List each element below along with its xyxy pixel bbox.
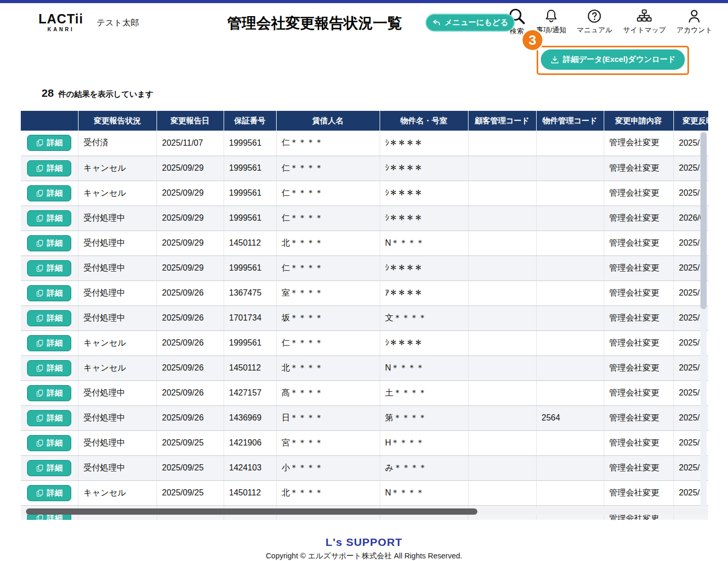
cell-property: ｼ＊＊＊＊ <box>380 206 468 231</box>
document-icon <box>36 139 44 147</box>
detail-button[interactable]: 詳細 <box>27 410 71 426</box>
nav-item-sitemap[interactable]: サイトマップ <box>623 8 666 36</box>
cell-customer-code <box>468 156 536 181</box>
detail-button[interactable]: 詳細 <box>27 485 71 501</box>
detail-button-label: 詳細 <box>47 463 62 473</box>
detail-button[interactable]: 詳細 <box>27 235 71 251</box>
cell-status: 受付処理中 <box>78 430 157 455</box>
cell-property: 第＊＊＊＊ <box>380 405 468 430</box>
cell-report-date: 2025/09/29 <box>157 256 224 280</box>
detail-cell: 詳細 <box>21 480 78 505</box>
cell-report-date: 2025/09/29 <box>157 156 224 181</box>
cell-customer-code <box>468 330 536 355</box>
horizontal-scrollbar <box>21 508 708 515</box>
horizontal-scrollbar-thumb[interactable] <box>26 508 477 515</box>
vertical-scrollbar-thumb[interactable] <box>700 132 707 309</box>
cell-customer-code <box>468 280 536 305</box>
cell-customer-code <box>468 305 536 330</box>
detail-button[interactable]: 詳細 <box>27 335 71 351</box>
cell-guarantee-no: 1450112 <box>224 231 276 256</box>
cell-guarantee-no: 1999561 <box>224 131 276 156</box>
cell-guarantee-no: 1999561 <box>224 206 276 231</box>
cell-status: 受付処理中 <box>78 206 157 231</box>
cell-property: H＊＊＊＊ <box>380 430 468 455</box>
cell-property: ｼ＊＊＊＊ <box>380 131 468 156</box>
cell-report-date: 2025/09/26 <box>157 305 224 330</box>
cell-request: 管理会社変更 <box>604 206 673 231</box>
detail-button[interactable]: 詳細 <box>27 310 71 326</box>
detail-button[interactable]: 詳細 <box>27 135 71 151</box>
detail-button[interactable]: 詳細 <box>27 460 71 476</box>
nav-item-manual[interactable]: マニュアル <box>577 8 613 36</box>
cell-request: 管理会社変更 <box>604 455 673 480</box>
cell-guarantee-no: 1999561 <box>224 156 276 181</box>
detail-button-label: 詳細 <box>47 338 62 348</box>
document-icon <box>36 189 44 197</box>
cell-tenant: 坂＊＊＊＊ <box>276 305 380 330</box>
cell-customer-code <box>468 231 536 256</box>
annotation-frame: 詳細データ(Excel)ダウンロード <box>537 46 689 75</box>
detail-button[interactable]: 詳細 <box>27 285 71 301</box>
table-row: 詳細 受付処理中 2025/09/26 1436969 日＊＊＊＊ 第＊＊＊＊ … <box>21 405 708 430</box>
document-icon <box>36 489 44 497</box>
results-summary: 28 件の結果を表示しています <box>42 87 153 99</box>
detail-button[interactable]: 詳細 <box>27 360 71 376</box>
column-header-property-code: 物件管理コード <box>536 111 604 131</box>
column-header-tenant: 賃借人名 <box>276 111 380 131</box>
cell-customer-code <box>468 206 536 231</box>
detail-button-label: 詳細 <box>47 413 62 423</box>
results-count-suffix: 件の結果を表示しています <box>58 90 153 99</box>
cell-request: 管理会社変更 <box>604 280 673 305</box>
table-row: 詳細 受付処理中 2025/09/29 1450112 北＊＊＊＊ N＊＊＊＊ … <box>21 231 708 256</box>
column-header-detail <box>21 111 78 131</box>
back-to-menu-button[interactable]: メニューにもどる <box>425 14 515 32</box>
detail-button[interactable]: 詳細 <box>27 260 71 276</box>
cell-tenant: 髙＊＊＊＊ <box>276 380 380 405</box>
column-header-property: 物件名・号室 <box>380 111 468 131</box>
cell-report-date: 2025/09/26 <box>157 405 224 430</box>
cell-status: キャンセル <box>78 480 157 505</box>
cell-customer-code <box>468 480 536 505</box>
detail-cell: 詳細 <box>21 405 78 430</box>
cell-request: 管理会社変更 <box>604 305 673 330</box>
cell-report-date: 2025/09/26 <box>157 330 224 355</box>
table-row: 詳細 受付処理中 2025/09/29 1999561 仁＊＊＊＊ ｼ＊＊＊＊ … <box>21 206 708 231</box>
cell-request: 管理会社変更 <box>604 480 673 505</box>
detail-button[interactable]: 詳細 <box>27 435 71 451</box>
results-count: 28 <box>42 87 54 99</box>
cell-tenant: 日＊＊＊＊ <box>276 405 380 430</box>
detail-button-label: 詳細 <box>47 313 62 323</box>
detail-cell: 詳細 <box>21 256 78 280</box>
cell-report-date: 2025/09/29 <box>157 181 224 206</box>
cell-status: キャンセル <box>78 181 157 206</box>
cell-property: N＊＊＊＊ <box>380 231 468 256</box>
detail-cell: 詳細 <box>21 131 78 156</box>
document-icon <box>36 414 44 422</box>
cell-property-code <box>536 430 604 455</box>
cell-customer-code <box>468 181 536 206</box>
cell-guarantee-no: 1367475 <box>224 280 276 305</box>
excel-download-button[interactable]: 詳細データ(Excel)ダウンロード <box>541 49 685 70</box>
detail-button[interactable]: 詳細 <box>27 210 71 226</box>
cell-guarantee-no: 1701734 <box>224 305 276 330</box>
cell-property-code <box>536 280 604 305</box>
cell-property-code <box>536 455 604 480</box>
cell-status: 受付処理中 <box>78 455 157 480</box>
cell-property: 文＊＊＊＊ <box>380 305 468 330</box>
cell-property: ｼ＊＊＊＊ <box>380 256 468 280</box>
sitemap-icon <box>636 8 652 24</box>
document-icon <box>36 289 44 297</box>
cell-report-date: 2025/09/29 <box>157 231 224 256</box>
table-row: 詳細 受付済 2025/11/07 1999561 仁＊＊＊＊ ｼ＊＊＊＊ 管理… <box>21 131 708 156</box>
detail-button-label: 詳細 <box>47 263 62 273</box>
detail-button[interactable]: 詳細 <box>27 385 71 401</box>
table-row: 詳細 受付処理中 2025/09/25 1424103 小＊＊＊＊ み＊＊＊＊ … <box>21 455 708 480</box>
nav-item-account[interactable]: アカウント <box>677 8 712 36</box>
table-body: 詳細 受付済 2025/11/07 1999561 仁＊＊＊＊ ｼ＊＊＊＊ 管理… <box>21 131 708 520</box>
app-logo[interactable]: LACTii KANRI <box>38 12 83 32</box>
table-row: 詳細 キャンセル 2025/09/25 1450112 北＊＊＊＊ N＊＊＊＊ … <box>21 480 708 505</box>
detail-button[interactable]: 詳細 <box>27 160 71 176</box>
cell-tenant: 北＊＊＊＊ <box>276 355 380 380</box>
page-title: 管理会社変更報告状況一覧 <box>227 14 402 33</box>
detail-button[interactable]: 詳細 <box>27 185 71 201</box>
